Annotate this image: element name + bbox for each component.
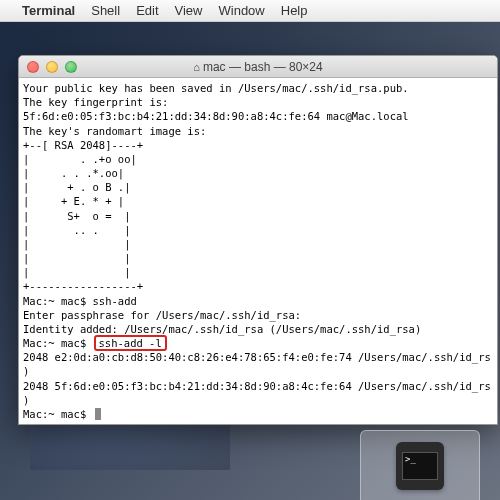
- menu-help[interactable]: Help: [281, 3, 308, 18]
- app-menu[interactable]: Terminal: [22, 3, 75, 18]
- window-title-text: mac — bash — 80×24: [203, 60, 323, 74]
- terminal-window: ⌂mac — bash — 80×24 Your public key has …: [18, 55, 498, 425]
- terminal-content[interactable]: Your public key has been saved in /Users…: [19, 78, 497, 424]
- menu-edit[interactable]: Edit: [136, 3, 158, 18]
- dock[interactable]: >_: [360, 430, 480, 500]
- terminal-icon: >_: [402, 452, 438, 480]
- menu-shell[interactable]: Shell: [91, 3, 120, 18]
- menu-view[interactable]: View: [175, 3, 203, 18]
- home-icon: ⌂: [193, 61, 200, 73]
- cursor: [95, 408, 101, 420]
- menu-window[interactable]: Window: [219, 3, 265, 18]
- highlighted-command: ssh-add -l: [94, 335, 167, 351]
- menubar[interactable]: Terminal Shell Edit View Window Help: [0, 0, 500, 22]
- terminal-dock-icon[interactable]: >_: [396, 442, 444, 490]
- titlebar[interactable]: ⌂mac — bash — 80×24: [19, 56, 497, 78]
- window-title: ⌂mac — bash — 80×24: [19, 60, 497, 74]
